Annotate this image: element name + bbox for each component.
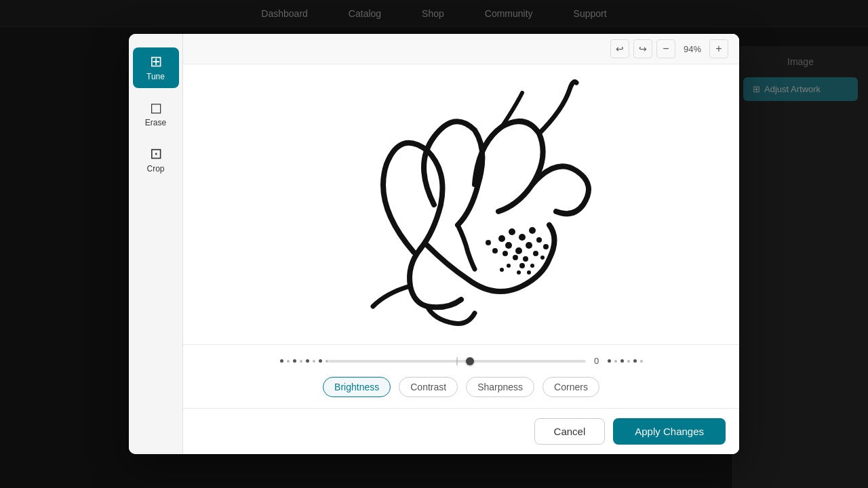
slider-dots-right — [608, 359, 643, 363]
slider-dot — [620, 359, 624, 363]
canvas-toolbar: ↩ ↪ − 94% + — [183, 34, 739, 64]
slider-dot — [306, 359, 309, 363]
svg-point-4 — [505, 242, 512, 249]
svg-point-3 — [529, 227, 536, 234]
svg-point-13 — [519, 263, 525, 268]
tune-label: Tune — [146, 72, 165, 81]
slider-center-value: 0 — [591, 356, 602, 366]
slider-dot — [319, 359, 322, 363]
undo-button[interactable]: ↩ — [610, 39, 629, 58]
drawing-canvas — [183, 64, 739, 344]
bottom-actions: Cancel Apply Changes — [183, 408, 739, 454]
image-editor-modal: ⊞ Tune ◻ Erase ⊡ Crop ↩ ↪ − 94% + — [129, 34, 739, 454]
crop-icon: ⊡ — [150, 146, 162, 161]
slider-dot — [300, 360, 302, 363]
svg-point-5 — [515, 247, 522, 254]
svg-point-20 — [517, 270, 521, 274]
brightness-tab[interactable]: Brightness — [323, 377, 391, 397]
slider-dot — [640, 360, 643, 363]
svg-point-9 — [523, 256, 528, 262]
svg-point-19 — [527, 270, 531, 274]
sharpness-tab[interactable]: Sharpness — [466, 377, 534, 397]
slider-dot — [313, 360, 315, 363]
corners-tab[interactable]: Corners — [542, 377, 599, 397]
slider-dots-left — [280, 359, 328, 363]
svg-point-22 — [544, 264, 548, 268]
svg-point-7 — [536, 237, 542, 243]
svg-point-0 — [498, 235, 505, 242]
svg-point-11 — [502, 251, 508, 256]
tune-icon: ⊞ — [150, 54, 162, 69]
zoom-value: 94% — [679, 44, 705, 54]
slider-dot — [280, 359, 283, 363]
adjustment-slider[interactable] — [328, 360, 586, 363]
svg-point-12 — [543, 244, 549, 249]
adjustment-tabs: Brightness Contrast Sharpness Corners — [197, 377, 726, 397]
modal-bottom: 0 Brightness Contrast Sharpness — [183, 344, 739, 408]
crop-tool-button[interactable]: ⊡ Crop — [133, 140, 179, 180]
apply-changes-button[interactable]: Apply Changes — [613, 418, 726, 445]
slider-container: 0 — [197, 356, 726, 366]
modal-canvas: ↩ ↪ − 94% + — [183, 34, 739, 454]
slider-dot — [293, 359, 296, 363]
slider-dot — [614, 360, 617, 363]
svg-point-15 — [507, 264, 511, 268]
svg-point-18 — [540, 256, 545, 260]
modal-overlay: ⊞ Tune ◻ Erase ⊡ Crop ↩ ↪ − 94% + — [0, 0, 868, 488]
slider-dot — [627, 360, 630, 363]
svg-point-17 — [486, 240, 491, 245]
zoom-in-button[interactable]: + — [709, 39, 728, 58]
modal-toolbar: ⊞ Tune ◻ Erase ⊡ Crop — [129, 34, 183, 454]
svg-point-6 — [526, 242, 532, 249]
redo-button[interactable]: ↪ — [633, 39, 652, 58]
erase-icon: ◻ — [150, 100, 162, 115]
svg-point-8 — [513, 255, 518, 260]
svg-point-1 — [509, 228, 515, 235]
svg-point-10 — [533, 251, 538, 256]
zoom-out-button[interactable]: − — [656, 39, 675, 58]
svg-point-2 — [519, 234, 526, 241]
slider-dot — [608, 359, 611, 363]
erase-tool-button[interactable]: ◻ Erase — [133, 94, 179, 134]
svg-point-21 — [500, 268, 504, 272]
tune-tool-button[interactable]: ⊞ Tune — [133, 47, 179, 88]
svg-point-14 — [530, 264, 534, 268]
slider-handle[interactable] — [466, 357, 474, 365]
cancel-button[interactable]: Cancel — [534, 418, 606, 445]
slider-dot — [287, 360, 290, 363]
slider-dot — [633, 359, 637, 363]
crop-label: Crop — [146, 164, 164, 174]
artwork-svg — [292, 69, 631, 340]
svg-point-16 — [492, 248, 498, 253]
slider-dot — [326, 360, 328, 363]
erase-label: Erase — [145, 118, 166, 127]
contrast-tab[interactable]: Contrast — [399, 377, 458, 397]
